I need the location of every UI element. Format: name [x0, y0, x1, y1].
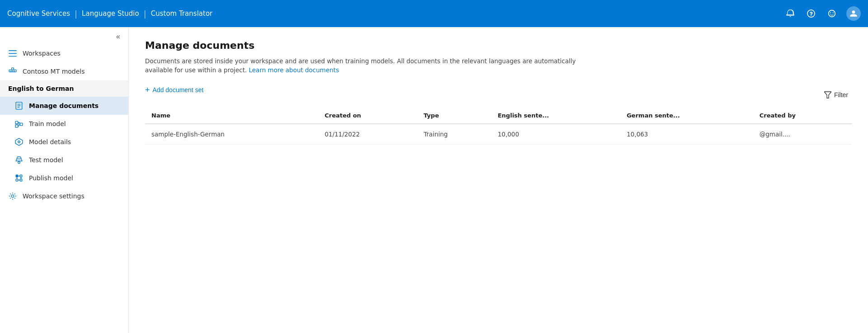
sidebar-item-publish-label: Publish model: [29, 174, 73, 182]
svg-rect-5: [14, 70, 16, 72]
svg-point-21: [18, 141, 20, 143]
documents-table: Name Created on Type English sente... Ge…: [145, 108, 852, 145]
filter-label: Filter: [834, 91, 848, 98]
cell-type: Training: [418, 124, 492, 145]
test-icon: [14, 155, 23, 164]
sidebar-item-test-label: Test model: [29, 156, 63, 164]
table-toolbar: + Add document set Filter: [145, 84, 852, 106]
models-icon: [8, 67, 17, 76]
cell-name: sample-English-German: [145, 124, 319, 145]
svg-marker-33: [824, 92, 831, 98]
svg-point-23: [18, 161, 20, 164]
svg-rect-27: [20, 179, 22, 181]
feedback-icon[interactable]: [826, 7, 838, 20]
sidebar-item-publish-model[interactable]: Publish model: [0, 169, 128, 187]
separator-2: |: [144, 9, 146, 19]
svg-rect-3: [9, 56, 17, 57]
page-description: Documents are stored inside your workspa…: [145, 56, 597, 75]
svg-rect-15: [15, 125, 18, 127]
language-studio-link[interactable]: Language Studio: [82, 9, 139, 18]
svg-rect-14: [15, 121, 18, 124]
svg-rect-6: [12, 68, 14, 70]
table-header: Name Created on Type English sente... Ge…: [145, 108, 852, 124]
details-icon: [14, 137, 23, 146]
svg-rect-1: [9, 50, 17, 51]
sidebar-item-workspace-settings[interactable]: Workspace settings: [0, 187, 128, 205]
topbar: Cognitive Services | Language Studio | C…: [0, 0, 868, 27]
collapse-sidebar-button[interactable]: «: [114, 32, 122, 42]
filter-button[interactable]: Filter: [821, 89, 852, 100]
cell-english-sentences: 10,000: [491, 124, 620, 145]
table-body: sample-English-German 01/11/2022 Trainin…: [145, 124, 852, 145]
sidebar-item-ws-settings-label: Workspace settings: [23, 192, 84, 200]
doc-icon: [14, 101, 23, 110]
publish-icon: [14, 174, 23, 183]
notification-icon[interactable]: [784, 7, 797, 20]
table-header-row: Name Created on Type English sente... Ge…: [145, 108, 852, 124]
svg-rect-25: [20, 175, 22, 177]
topbar-icons: [784, 6, 861, 21]
filter-icon: [824, 91, 831, 98]
sidebar-item-workspaces-label: Workspaces: [23, 50, 61, 57]
plus-icon: +: [145, 86, 150, 94]
cell-created-by: @gmail....: [753, 124, 852, 145]
table-row[interactable]: sample-English-German 01/11/2022 Trainin…: [145, 124, 852, 145]
sidebar-item-train-model[interactable]: Train model: [0, 115, 128, 133]
menu-icon: [8, 49, 17, 58]
sidebar-item-test-model[interactable]: Test model: [0, 151, 128, 169]
sidebar-item-model-details[interactable]: Model details: [0, 133, 128, 151]
sidebar-nav: Workspaces Contoso MT models: [0, 44, 128, 333]
user-avatar[interactable]: [846, 6, 861, 21]
sidebar-item-manage-documents[interactable]: Manage documents: [0, 97, 128, 115]
help-icon[interactable]: [805, 7, 817, 20]
sidebar-item-english-german-label: English to German: [8, 85, 74, 92]
svg-point-32: [11, 195, 14, 197]
col-created-on: Created on: [319, 108, 418, 124]
settings-icon: [8, 192, 17, 201]
sidebar-item-train-label: Train model: [29, 120, 66, 127]
col-created-by: Created by: [753, 108, 852, 124]
description-text: Documents are stored inside your workspa…: [145, 57, 576, 74]
sidebar-item-manage-docs-label: Manage documents: [29, 102, 99, 109]
custom-translator-link[interactable]: Custom Translator: [151, 9, 212, 18]
cell-created-on: 01/11/2022: [319, 124, 418, 145]
separator-1: |: [75, 9, 77, 19]
col-english-sentences: English sente...: [491, 108, 620, 124]
brand-label: Cognitive Services: [7, 9, 70, 18]
col-german-sentences: German sente...: [620, 108, 753, 124]
svg-point-0: [829, 10, 835, 17]
page-title: Manage documents: [145, 40, 852, 51]
svg-rect-16: [20, 123, 23, 126]
svg-rect-2: [9, 53, 17, 54]
sidebar-item-model-details-label: Model details: [29, 138, 71, 145]
train-icon: [14, 119, 23, 128]
sidebar-item-contoso-label: Contoso MT models: [23, 68, 85, 75]
add-document-button[interactable]: + Add document set: [145, 84, 203, 96]
sidebar-collapse-area: «: [0, 27, 128, 44]
learn-more-link[interactable]: Learn more about documents: [249, 66, 339, 74]
cell-german-sentences: 10,063: [620, 124, 753, 145]
svg-rect-26: [16, 179, 18, 181]
sidebar-item-english-german[interactable]: English to German: [0, 80, 128, 97]
svg-rect-4: [9, 70, 11, 72]
sidebar-item-contoso-mt[interactable]: Contoso MT models: [0, 62, 128, 80]
sidebar: « Workspaces: [0, 27, 129, 333]
col-name: Name: [145, 108, 319, 124]
svg-rect-24: [16, 175, 18, 177]
app-body: « Workspaces: [0, 27, 868, 333]
sidebar-item-workspaces[interactable]: Workspaces: [0, 44, 128, 62]
col-type: Type: [418, 108, 492, 124]
add-document-label: Add document set: [153, 86, 204, 94]
main-content: Manage documents Documents are stored in…: [129, 27, 868, 333]
svg-marker-20: [15, 138, 23, 145]
